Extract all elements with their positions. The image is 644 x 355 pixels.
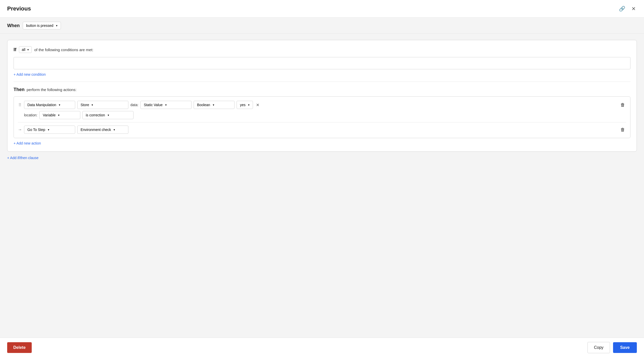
trash-icon-1: 🗑 xyxy=(620,102,625,107)
trash-icon-2: 🗑 xyxy=(620,127,625,132)
main-content: If all of the following conditions are m… xyxy=(0,34,644,338)
close-button[interactable]: ✕ xyxy=(630,5,637,13)
condition-empty-box xyxy=(14,57,630,69)
action-type-label-1: Data Manipulation xyxy=(27,103,56,107)
then-header: Then perform the following actions: xyxy=(14,87,630,92)
action-row-1-sub: location: Variable is correction xyxy=(24,111,626,119)
header: Previous 🔗 ✕ xyxy=(0,0,644,18)
link-icon-button[interactable]: 🔗 xyxy=(618,5,626,13)
when-label: When xyxy=(7,23,20,28)
x-icon: ✕ xyxy=(256,103,259,107)
location-value-dropdown[interactable]: is correction xyxy=(82,111,134,119)
clear-value-button[interactable]: ✕ xyxy=(255,102,260,108)
data-type-dropdown[interactable]: Boolean xyxy=(194,101,235,109)
delete-action-2-button[interactable]: 🗑 xyxy=(619,126,626,134)
go-to-step-dropdown[interactable]: Go To Step xyxy=(24,126,75,134)
add-action-button[interactable]: + Add new action xyxy=(14,141,41,145)
header-icons: 🔗 ✕ xyxy=(618,5,637,13)
data-label-1: data: xyxy=(130,103,138,107)
condition-text: of the following conditions are met: xyxy=(34,48,93,52)
location-value-label: is correction xyxy=(86,113,105,117)
step-value-dropdown[interactable]: Environment check xyxy=(77,126,128,134)
if-then-card: If all of the following conditions are m… xyxy=(7,40,637,152)
link-icon: 🔗 xyxy=(619,6,625,12)
action-type-dropdown-1[interactable]: Data Manipulation xyxy=(24,101,75,109)
condition-operator-dropdown[interactable]: all xyxy=(19,46,32,53)
add-if-then: + Add if/then clause xyxy=(7,156,637,160)
delete-action-1-button[interactable]: 🗑 xyxy=(619,101,626,109)
location-type-label: Variable xyxy=(43,113,55,117)
save-button[interactable]: Save xyxy=(613,342,637,353)
action-label-dropdown-1[interactable]: Store xyxy=(77,101,128,109)
if-header: If all of the following conditions are m… xyxy=(14,46,630,53)
data-value-dropdown[interactable]: yes xyxy=(237,101,253,109)
trigger-dropdown[interactable]: button is pressed xyxy=(23,22,61,29)
delete-button[interactable]: Delete xyxy=(7,342,32,353)
action-separator xyxy=(18,122,626,123)
go-to-step-label: Go To Step xyxy=(27,128,45,132)
data-type-label: Boolean xyxy=(197,103,210,107)
bottom-right: Copy Save xyxy=(587,342,637,353)
data-source-label: Static Value xyxy=(144,103,163,107)
bottom-bar: Delete Copy Save xyxy=(0,338,644,355)
copy-button[interactable]: Copy xyxy=(587,342,610,353)
drag-handle-1[interactable]: ⠿ xyxy=(18,102,22,108)
action-row-1: ⠿ Data Manipulation Store data: Static V… xyxy=(18,101,626,119)
data-value-label: yes xyxy=(240,103,246,107)
step-value-label: Environment check xyxy=(81,128,111,132)
trigger-label: button is pressed xyxy=(26,24,53,28)
action-row-1-main: ⠿ Data Manipulation Store data: Static V… xyxy=(18,101,626,109)
location-type-dropdown[interactable]: Variable xyxy=(39,111,80,119)
then-text: perform the following actions: xyxy=(27,87,76,92)
arrow-icon: → xyxy=(18,127,22,132)
then-label: Then xyxy=(14,87,25,92)
section-divider xyxy=(14,82,630,82)
add-condition-button[interactable]: + Add new condition xyxy=(14,72,46,76)
if-label: If xyxy=(14,47,16,52)
location-label: location: xyxy=(24,113,37,117)
when-bar: When button is pressed xyxy=(0,18,644,34)
close-icon: ✕ xyxy=(631,6,636,12)
action-row-2: → Go To Step Environment check 🗑 xyxy=(18,126,626,134)
actions-container: ⠿ Data Manipulation Store data: Static V… xyxy=(14,96,630,138)
action-label-1: Store xyxy=(81,103,89,107)
page-title: Previous xyxy=(7,5,31,12)
add-if-then-button[interactable]: + Add if/then clause xyxy=(7,156,39,160)
data-source-dropdown[interactable]: Static Value xyxy=(140,101,192,109)
condition-operator: all xyxy=(22,48,25,52)
